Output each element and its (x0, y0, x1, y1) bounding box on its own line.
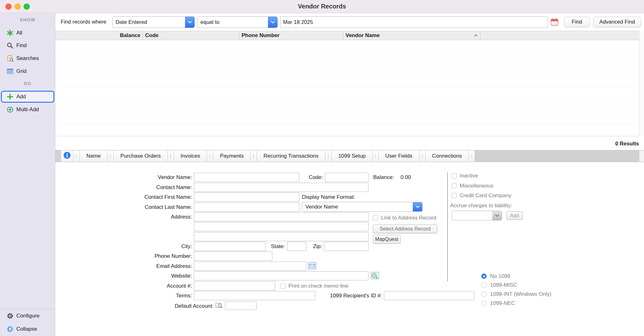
tab-drag-handle[interactable] (469, 150, 475, 162)
vendor-records-window: Vendor Records SHOW All Find Searches (0, 0, 644, 336)
sidebar-item-collapse[interactable]: Collapse (0, 323, 55, 335)
multi-add-icon (6, 106, 14, 113)
results-count: 0 Results (55, 141, 639, 147)
tab-invoices[interactable]: Invoices (174, 150, 207, 162)
sidebar-item-all[interactable]: All (0, 27, 55, 39)
print-memo-label: Print on check memo line (288, 283, 348, 289)
chevron-down-icon (268, 17, 277, 28)
plus-icon (6, 93, 14, 100)
address-input-1[interactable] (194, 212, 368, 221)
sidebar-item-label: Grid (16, 68, 26, 74)
advanced-find-button[interactable]: Advanced Find (593, 17, 641, 27)
find-operator-dropdown[interactable]: equal to (197, 16, 278, 28)
sidebar-item-searches[interactable]: Searches (0, 52, 55, 65)
credit-card-company-checkbox[interactable] (451, 193, 457, 198)
balance-value: 0.00 (401, 174, 411, 180)
1099-int-radio[interactable] (481, 291, 487, 297)
find-records-where-label: Find records where (61, 19, 106, 25)
tab-label: Connections (432, 153, 462, 159)
website-input[interactable] (194, 271, 368, 280)
zip-input[interactable] (324, 242, 368, 251)
saved-searches-icon (6, 55, 14, 62)
find-value-input[interactable] (280, 16, 548, 28)
column-header-phone-number[interactable]: Phone Number (239, 31, 343, 40)
city-input[interactable] (194, 242, 266, 251)
address-input-2[interactable] (194, 222, 368, 231)
vendor-name-label: Vendor Name: (98, 174, 192, 181)
chevron-down-icon (185, 17, 194, 28)
account-number-input[interactable] (194, 281, 275, 290)
code-input[interactable] (325, 173, 368, 182)
sidebar-item-configure[interactable]: Configure (0, 310, 55, 322)
website-label: Website: (98, 273, 192, 279)
tab-drag-handle[interactable] (373, 150, 379, 162)
find-button[interactable]: Find (564, 17, 590, 27)
tab-name[interactable]: Name (80, 150, 107, 162)
column-header-balance[interactable]: Balance (55, 31, 143, 40)
contact-first-name-input[interactable] (194, 192, 299, 202)
address-input-3[interactable] (194, 232, 368, 241)
no-1099-radio[interactable] (481, 274, 487, 279)
1099-misc-radio[interactable] (481, 282, 487, 288)
tab-recurring-transactions[interactable]: Recurring Transactions (257, 150, 325, 162)
tab-label: Purchase Orders (120, 153, 161, 159)
table-scrollbar[interactable] (639, 31, 644, 136)
link-address-record-checkbox[interactable] (373, 215, 378, 220)
tab-drag-handle[interactable] (107, 150, 114, 162)
select-address-record-button[interactable]: Select Address Record (373, 225, 437, 233)
email-icon[interactable] (308, 262, 316, 270)
sidebar-item-multi-add[interactable]: Multi-Add (0, 103, 55, 116)
tab-connections[interactable]: Connections (426, 150, 469, 162)
terms-input[interactable] (194, 291, 315, 300)
contact-last-name-input[interactable] (194, 203, 299, 212)
grid-icon (6, 68, 14, 75)
accrue-liability-dropdown[interactable] (452, 211, 502, 220)
sidebar-item-find[interactable]: Find (0, 39, 55, 52)
tab-label: 1099 Setup (338, 153, 366, 159)
column-header-code[interactable]: Code (143, 31, 239, 40)
1099-misc-label: 1099-MISC (490, 282, 517, 288)
results-table-body[interactable] (55, 40, 639, 136)
tab-purchase-orders[interactable]: Purchase Orders (114, 150, 168, 162)
calendar-icon[interactable] (550, 18, 559, 26)
sidebar-item-label: Add (16, 94, 26, 100)
phone-number-input[interactable] (194, 252, 272, 261)
titlebar: Vendor Records (0, 0, 644, 13)
email-address-input[interactable] (194, 262, 306, 271)
tab-drag-handle[interactable] (168, 150, 174, 162)
account-lookup-icon[interactable] (215, 302, 223, 309)
print-memo-checkbox[interactable] (280, 283, 286, 289)
column-header-vendor-name[interactable]: Vendor Name (343, 31, 481, 40)
contact-name-input[interactable] (194, 183, 368, 192)
default-account-input[interactable] (225, 301, 257, 310)
sidebar-item-add[interactable]: Add (1, 91, 54, 103)
main-area: Find records where Date Entered equal to… (55, 13, 644, 336)
1099-nec-label: 1099-NEC (490, 300, 515, 306)
tab-user-fields[interactable]: User Fields (379, 150, 419, 162)
recipient-id-input[interactable] (384, 291, 474, 300)
sidebar-item-grid[interactable]: Grid (0, 65, 55, 78)
miscellaneous-checkbox[interactable] (451, 183, 457, 188)
find-field-dropdown[interactable]: Date Entered (112, 16, 195, 28)
website-icon[interactable] (371, 272, 379, 279)
tab-drag-handle[interactable] (251, 150, 257, 162)
inactive-checkbox[interactable] (451, 173, 457, 178)
state-input[interactable] (287, 242, 306, 251)
1099-nec-radio[interactable] (481, 301, 487, 306)
tab-payments[interactable]: Payments (213, 150, 251, 162)
tab-1099-setup[interactable]: 1099 Setup (332, 150, 373, 162)
display-name-format-dropdown[interactable]: Vendor Name (302, 202, 423, 212)
search-icon (6, 42, 14, 49)
tab-info[interactable] (61, 150, 74, 162)
sidebar-item-label: Multi-Add (16, 106, 39, 113)
mapquest-button[interactable]: MapQuest (373, 235, 401, 244)
accrue-add-button[interactable]: Add (506, 211, 523, 220)
recipient-id-label: 1099 Recipient's ID #: (303, 293, 382, 299)
sidebar-item-label: All (16, 30, 22, 36)
tab-drag-handle[interactable] (74, 150, 80, 162)
tab-drag-handle[interactable] (207, 150, 213, 162)
tab-label: Payments (220, 153, 244, 159)
tab-drag-handle[interactable] (325, 150, 332, 162)
tab-drag-handle[interactable] (419, 150, 426, 162)
tab-bar-right-strip (639, 150, 644, 162)
